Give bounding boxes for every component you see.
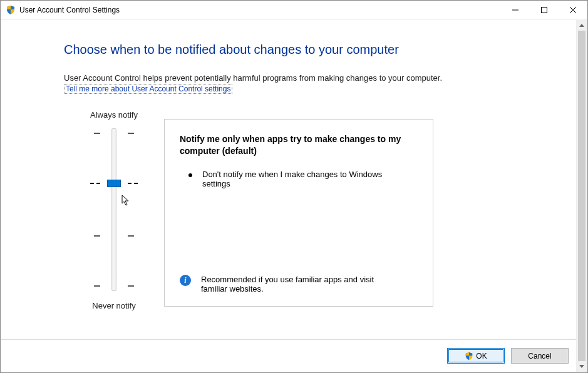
ok-button-label: OK [476, 352, 487, 360]
slider-top-label: Always notify [64, 110, 164, 120]
recommendation-text: Recommended if you use familiar apps and… [201, 275, 401, 294]
button-bar: OK Cancel [1, 339, 576, 372]
title-bar: User Account Control Settings [1, 1, 587, 19]
slider-thumb[interactable] [107, 180, 121, 187]
bullet-icon [188, 173, 192, 177]
ok-button[interactable]: OK [447, 348, 505, 364]
close-button[interactable] [559, 1, 587, 19]
slider-bottom-label: Never notify [64, 301, 164, 310]
notification-slider[interactable] [64, 128, 164, 291]
notification-description-box: Notify me only when apps try to make cha… [164, 119, 433, 307]
scroll-down-arrow-icon[interactable] [577, 361, 587, 372]
minimize-button[interactable] [501, 1, 530, 19]
vertical-scrollbar[interactable] [576, 20, 587, 372]
window-title: User Account Control Settings [19, 6, 120, 14]
cancel-button[interactable]: Cancel [511, 348, 569, 364]
notification-level-detail: Don't notify me when I make changes to W… [202, 170, 390, 188]
page-description: User Account Control helps prevent poten… [64, 73, 576, 83]
scroll-up-arrow-icon[interactable] [577, 20, 587, 31]
svg-rect-1 [542, 7, 547, 13]
uac-window: User Account Control Settings Choose whe… [0, 0, 588, 373]
shield-icon [465, 352, 473, 360]
learn-more-link[interactable]: Tell me more about User Account Control … [64, 84, 232, 94]
cancel-button-label: Cancel [528, 352, 551, 360]
maximize-button[interactable] [530, 1, 559, 19]
slider-track [111, 128, 116, 291]
page-heading: Choose when to be notified about changes… [64, 43, 576, 57]
shield-icon [6, 5, 16, 15]
cursor-icon [121, 195, 130, 207]
info-icon: i [180, 275, 191, 286]
notification-level-title: Notify me only when apps try to make cha… [180, 133, 405, 157]
scrollbar-thumb[interactable] [578, 31, 585, 361]
content-area: Choose when to be notified about changes… [1, 20, 576, 372]
